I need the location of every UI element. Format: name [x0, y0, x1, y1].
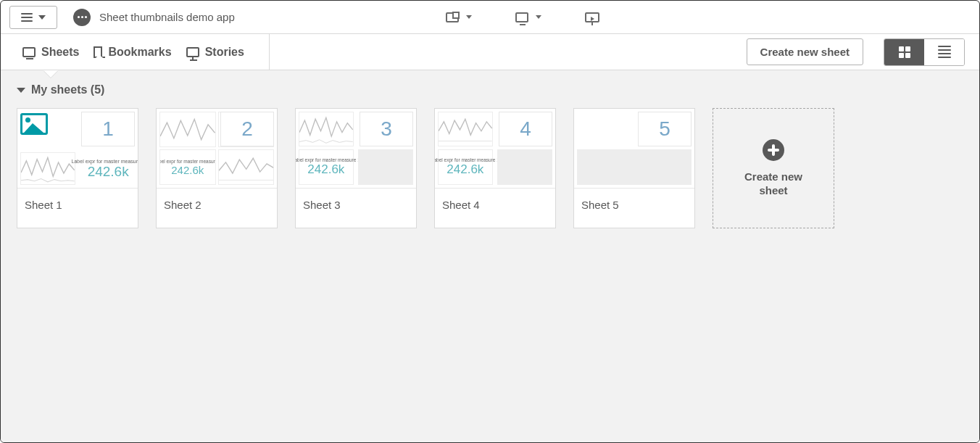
sheet-cards: 1 Label expr for master measure 1 242.6k… — [17, 108, 963, 228]
stories-icon — [186, 47, 199, 57]
asset-tabs: Sheets Bookmarks Stories — [15, 34, 270, 70]
collapse-icon — [17, 88, 25, 93]
sheet-number-badge: 3 — [360, 112, 413, 146]
sheet-title: Sheet 4 — [435, 189, 555, 221]
kpi-label: Label expr for master measure 1 — [159, 159, 216, 164]
sheet-thumbnail: 1 Label expr for master measure 1 242.6k — [17, 109, 138, 189]
section-title: My sheets (5) — [31, 83, 104, 96]
sheets-icon — [22, 47, 36, 57]
note-icon — [446, 12, 459, 22]
chevron-down-icon — [536, 15, 541, 19]
sheet-thumbnail: 2 Label expr for master measure 1 242.6k — [157, 109, 277, 189]
sheet-view-dropdown[interactable] — [515, 12, 541, 22]
sub-toolbar: Sheets Bookmarks Stories Create new shee… — [1, 34, 979, 70]
sheet-card[interactable]: 3 Label expr for master measure 1 242.6k… — [295, 108, 417, 228]
app-title: Sheet thumbnails demo app — [99, 11, 235, 23]
create-sheet-tile[interactable]: Create new sheet — [713, 108, 834, 228]
tab-bookmarks[interactable]: Bookmarks — [86, 34, 178, 70]
tab-sheets[interactable]: Sheets — [15, 34, 86, 70]
sheet-card[interactable]: 2 Label expr for master measure 1 242.6k… — [156, 108, 278, 228]
kpi-label: Label expr for master measure 1 — [72, 159, 138, 164]
kpi-value: 242.6k — [307, 162, 344, 177]
grid-view-button[interactable] — [884, 39, 924, 65]
sheet-title: Sheet 2 — [157, 189, 277, 221]
present-button[interactable] — [585, 12, 599, 22]
tab-label: Sheets — [41, 46, 79, 59]
kpi-value: 242.6k — [447, 162, 483, 177]
sheet-card[interactable]: 5 Sheet 5 — [573, 108, 695, 228]
chevron-down-icon — [466, 15, 472, 19]
sheet-thumbnail: 5 — [574, 109, 694, 189]
tab-label: Bookmarks — [108, 46, 171, 59]
sheet-title: Sheet 5 — [574, 189, 694, 221]
bookmark-icon — [94, 46, 102, 58]
section-header-mysheets[interactable]: My sheets (5) — [17, 83, 963, 96]
monitor-icon — [515, 12, 528, 22]
notes-dropdown[interactable] — [446, 12, 472, 22]
kpi-preview: Label expr for master measure 1 242.6k — [80, 152, 136, 186]
sheet-title: Sheet 1 — [17, 189, 138, 221]
sheet-number-badge: 1 — [81, 112, 135, 146]
presentation-icon — [585, 12, 599, 22]
sheet-card[interactable]: 1 Label expr for master measure 1 242.6k… — [17, 108, 138, 228]
sheet-thumbnail: 3 Label expr for master measure 1 242.6k — [296, 109, 416, 189]
top-bar: Sheet thumbnails demo app — [1, 1, 979, 34]
view-toggle — [884, 38, 965, 66]
top-bar-center — [244, 12, 802, 22]
sheet-number-badge: 5 — [638, 112, 692, 146]
sheet-card[interactable]: 4 Label expr for master measure 1 242.6k… — [434, 108, 556, 228]
create-new-sheet-button[interactable]: Create new sheet — [747, 38, 863, 65]
list-icon — [938, 46, 951, 58]
plus-circle-icon — [763, 139, 784, 161]
tab-stories[interactable]: Stories — [179, 34, 252, 70]
kpi-label: Label expr for master measure 1 — [296, 157, 360, 162]
caret-down-icon — [38, 15, 46, 20]
sheet-title: Sheet 3 — [296, 189, 416, 221]
menu-toggle[interactable] — [9, 6, 57, 29]
tab-label: Stories — [205, 46, 244, 59]
app-options-icon[interactable] — [73, 9, 91, 26]
create-sheet-label: Create new sheet — [741, 170, 806, 198]
image-placeholder-icon — [20, 113, 48, 135]
list-view-button[interactable] — [924, 39, 964, 65]
sheet-number-badge: 2 — [220, 112, 274, 146]
hamburger-icon — [21, 13, 33, 22]
kpi-label: Label expr for master measure 1 — [435, 157, 499, 162]
kpi-value: 242.6k — [171, 164, 204, 176]
main-area: My sheets (5) 1 Label expr for master me… — [1, 70, 979, 442]
sheet-thumbnail: 4 Label expr for master measure 1 242.6k — [435, 109, 555, 189]
kpi-value: 242.6k — [88, 164, 129, 180]
sheet-number-badge: 4 — [499, 112, 552, 146]
grid-icon — [899, 46, 910, 58]
